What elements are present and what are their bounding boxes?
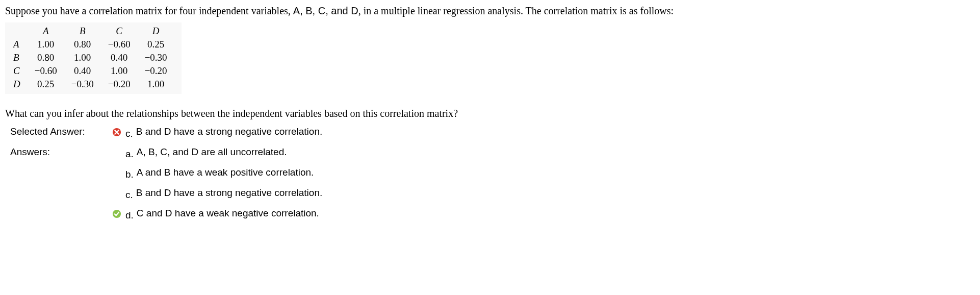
matrix-cell: −0.20 bbox=[101, 78, 138, 91]
matrix-row-label: A bbox=[7, 38, 28, 51]
blank-icon bbox=[112, 168, 122, 179]
choice-letter: b. bbox=[125, 169, 134, 180]
matrix-cell: −0.30 bbox=[138, 51, 174, 64]
answer-choice: b.A and B have a weak positive correlati… bbox=[112, 167, 322, 178]
matrix-cell: 1.00 bbox=[64, 51, 101, 64]
question-intro-text: Suppose you have a correlation matrix fo… bbox=[5, 5, 293, 16]
choice-text: A and B have a weak positive correlation… bbox=[137, 167, 314, 178]
correct-icon bbox=[112, 209, 122, 219]
matrix-row-label: C bbox=[7, 64, 28, 78]
matrix-cell: −0.60 bbox=[101, 38, 138, 51]
choice-text: B and D have a strong negative correlati… bbox=[136, 126, 322, 137]
matrix-cell: 1.00 bbox=[28, 38, 64, 51]
matrix-cell: 0.25 bbox=[138, 38, 174, 51]
selected-answer-label: Selected Answer: bbox=[10, 126, 112, 137]
matrix-cell: 0.80 bbox=[64, 38, 101, 51]
matrix-header-cell: C bbox=[101, 24, 138, 38]
choice-letter: a. bbox=[125, 149, 134, 160]
matrix-table: A B C D A 1.00 0.80 −0.60 0.25 B 0.80 1.… bbox=[7, 24, 174, 91]
choice-letter: d. bbox=[125, 210, 134, 221]
matrix-header-cell: B bbox=[64, 24, 101, 38]
question-vars: A, B, C, and D bbox=[293, 5, 358, 16]
matrix-cell: 0.40 bbox=[101, 51, 138, 64]
matrix-row-label: B bbox=[7, 51, 28, 64]
choice-text: B and D have a strong negative correlati… bbox=[136, 187, 322, 199]
answer-choice: c.B and D have a strong negative correla… bbox=[112, 187, 322, 199]
matrix-cell: 1.00 bbox=[101, 64, 138, 78]
matrix-cell: 1.00 bbox=[138, 78, 174, 91]
choice-letter: c. bbox=[125, 128, 133, 139]
matrix-cell: −0.30 bbox=[64, 78, 101, 91]
blank-icon bbox=[112, 189, 122, 199]
matrix-cell: 0.40 bbox=[64, 64, 101, 78]
answers-label: Answers: bbox=[10, 146, 112, 158]
selected-answer-row: Selected Answer: c. B and D have a stron… bbox=[10, 126, 975, 137]
selected-answer: c. B and D have a strong negative correl… bbox=[112, 126, 322, 137]
question-sub: What can you infer about the relationshi… bbox=[5, 107, 975, 120]
matrix-row-label: D bbox=[7, 78, 28, 91]
matrix-header-cell: A bbox=[28, 24, 64, 38]
matrix-header-cell bbox=[7, 24, 28, 38]
question-mid: , in a multiple linear regression analys… bbox=[358, 5, 674, 16]
answers-row: Answers: a.A, B, C, and D are all uncorr… bbox=[10, 146, 975, 219]
matrix-header-cell: D bbox=[138, 24, 174, 38]
matrix-cell: 0.25 bbox=[28, 78, 64, 91]
choice-text: C and D have a weak negative correlation… bbox=[137, 208, 319, 219]
matrix-cell: 0.80 bbox=[28, 51, 64, 64]
question-intro: Suppose you have a correlation matrix fo… bbox=[5, 4, 975, 17]
answer-choice: a.A, B, C, and D are all uncorrelated. bbox=[112, 146, 322, 158]
incorrect-icon bbox=[112, 128, 122, 138]
choice-letter: c. bbox=[125, 189, 133, 201]
blank-icon bbox=[112, 148, 122, 158]
choice-text: A, B, C, and D are all uncorrelated. bbox=[137, 146, 287, 158]
matrix-cell: −0.20 bbox=[138, 64, 174, 78]
answer-choice: d.C and D have a weak negative correlati… bbox=[112, 208, 322, 219]
matrix-cell: −0.60 bbox=[28, 64, 64, 78]
correlation-matrix: A B C D A 1.00 0.80 −0.60 0.25 B 0.80 1.… bbox=[5, 22, 182, 94]
